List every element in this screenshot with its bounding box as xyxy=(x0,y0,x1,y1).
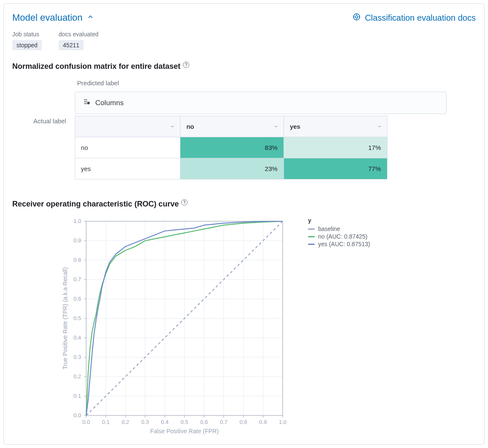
svg-text:1.0: 1.0 xyxy=(74,218,81,224)
legend-swatch xyxy=(308,236,315,237)
svg-text:0.7: 0.7 xyxy=(220,419,227,425)
svg-text:0.1: 0.1 xyxy=(74,393,81,399)
legend-label: baseline xyxy=(318,225,340,232)
svg-text:0.0: 0.0 xyxy=(82,419,90,425)
help-target-icon xyxy=(352,13,361,23)
legend-title: y xyxy=(308,217,370,224)
svg-text:0.6: 0.6 xyxy=(74,296,81,302)
legend-swatch xyxy=(308,244,315,245)
svg-text:0.8: 0.8 xyxy=(240,419,247,425)
columns-icon xyxy=(83,98,90,108)
legend-item-no[interactable]: no (AUC: 0.87425) xyxy=(308,233,370,240)
svg-text:0.4: 0.4 xyxy=(161,419,169,425)
job-status-label: Job status xyxy=(12,31,42,38)
panel-title-text: Model evaluation xyxy=(12,12,82,23)
matrix-cell-no-no: 83% xyxy=(180,137,284,158)
matrix-header-yes[interactable]: yes xyxy=(284,116,387,137)
svg-text:0.9: 0.9 xyxy=(74,237,81,244)
confusion-matrix-title: Normalized confusion matrix for entire d… xyxy=(12,62,476,71)
confusion-matrix-table: no yes no 83% 17% yes 23% 77% xyxy=(75,116,387,179)
legend-swatch xyxy=(308,228,315,230)
confusion-matrix-title-text: Normalized confusion matrix for entire d… xyxy=(12,62,180,71)
roc-legend: y baseline no (AUC: 0.87425) yes (AUC: 0… xyxy=(308,217,370,437)
svg-text:0.6: 0.6 xyxy=(200,419,208,425)
matrix-row-name: no xyxy=(75,137,180,158)
actual-label: Actual label xyxy=(33,117,66,125)
panel-header: Model evaluation Classification evaluati… xyxy=(12,12,476,23)
docs-link[interactable]: Classification evaluation docs xyxy=(352,13,476,23)
svg-text:0.7: 0.7 xyxy=(74,276,81,282)
chevron-down-icon xyxy=(273,123,278,130)
matrix-cell-yes-yes: 77% xyxy=(284,158,387,179)
matrix-cell-no-yes: 17% xyxy=(284,137,387,158)
roc-title: Receiver operating characteristic (ROC) … xyxy=(12,200,476,209)
matrix-header-no[interactable]: no xyxy=(180,116,284,137)
roc-section: 0.00.00.10.10.20.20.30.30.40.40.50.50.60… xyxy=(12,217,476,437)
chevron-down-icon xyxy=(170,123,175,130)
matrix-header-blank[interactable] xyxy=(75,116,180,137)
svg-text:0.2: 0.2 xyxy=(122,419,129,425)
roc-title-text: Receiver operating characteristic (ROC) … xyxy=(12,200,179,209)
svg-text:0.9: 0.9 xyxy=(259,419,267,425)
svg-point-1 xyxy=(355,16,358,18)
svg-text:0.5: 0.5 xyxy=(74,315,81,321)
docs-evaluated-badge: 45211 xyxy=(59,40,84,50)
docs-link-text: Classification evaluation docs xyxy=(365,13,476,23)
docs-evaluated-block: docs evaluated 45211 xyxy=(59,31,98,50)
chevron-down-icon xyxy=(377,123,382,130)
help-icon[interactable]: ? xyxy=(183,62,189,68)
legend-label: yes (AUC: 0.87513) xyxy=(318,241,370,247)
svg-text:1.0: 1.0 xyxy=(279,419,286,425)
job-status-badge: stopped xyxy=(12,40,42,50)
panel-title-toggle[interactable]: Model evaluation xyxy=(12,12,94,23)
help-icon[interactable]: ? xyxy=(181,199,188,206)
svg-text:True Positive Rate (TPR) (a.k.: True Positive Rate (TPR) (a.k.a Recall) xyxy=(62,267,68,369)
chevron-up-icon xyxy=(87,12,94,23)
svg-text:0.1: 0.1 xyxy=(102,419,109,425)
legend-label: no (AUC: 0.87425) xyxy=(318,233,368,240)
confusion-matrix-area: Actual label Predicted label Columns xyxy=(33,79,476,179)
svg-text:0.3: 0.3 xyxy=(74,354,81,360)
roc-chart: 0.00.00.10.10.20.20.30.30.40.40.50.50.60… xyxy=(12,217,291,437)
svg-text:0.2: 0.2 xyxy=(74,373,81,380)
predicted-label: Predicted label xyxy=(77,79,447,87)
status-row: Job status stopped docs evaluated 45211 xyxy=(12,31,476,50)
table-row: yes 23% 77% xyxy=(75,158,387,179)
svg-text:0.0: 0.0 xyxy=(74,412,81,418)
model-evaluation-panel: Model evaluation Classification evaluati… xyxy=(3,3,485,445)
svg-text:0.8: 0.8 xyxy=(74,257,81,263)
svg-text:0.5: 0.5 xyxy=(180,419,188,425)
svg-text:0.3: 0.3 xyxy=(141,419,149,425)
docs-evaluated-label: docs evaluated xyxy=(59,31,98,38)
columns-button-label: Columns xyxy=(95,99,124,107)
svg-text:False Positive Rate (FPR): False Positive Rate (FPR) xyxy=(150,428,219,434)
svg-text:0.4: 0.4 xyxy=(74,334,81,341)
matrix-cell-yes-no: 23% xyxy=(180,158,284,179)
legend-item-baseline[interactable]: baseline xyxy=(308,225,370,232)
columns-button[interactable]: Columns xyxy=(75,92,447,114)
job-status-block: Job status stopped xyxy=(12,31,42,50)
table-row: no 83% 17% xyxy=(75,137,387,158)
matrix-row-name: yes xyxy=(75,158,180,179)
legend-item-yes[interactable]: yes (AUC: 0.87513) xyxy=(308,241,370,247)
